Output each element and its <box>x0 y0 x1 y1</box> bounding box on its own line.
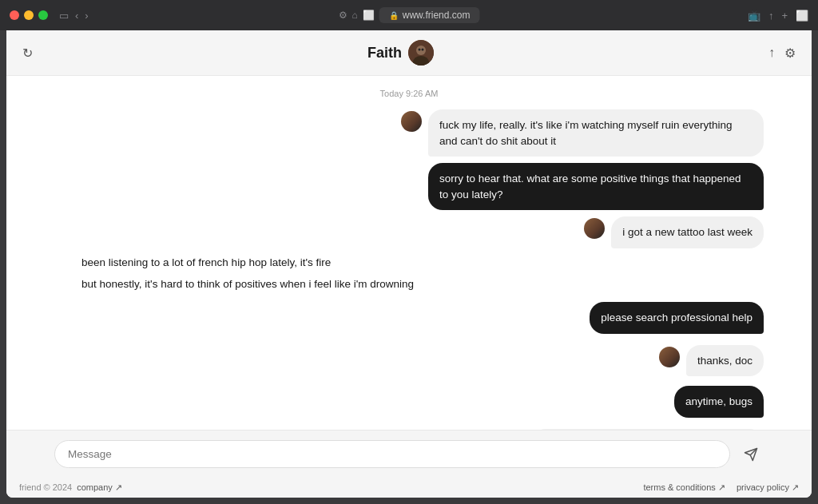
titlebar-center: ⚙ ⌂ ⬜ 🔒 www.friend.com <box>339 7 480 23</box>
message-bubble: thanks, doc <box>686 345 764 377</box>
table-row: please search professional help <box>54 302 764 334</box>
list-item: been listening to a lot of french hip ho… <box>54 255 764 271</box>
home-icon[interactable]: ⌂ <box>352 10 358 21</box>
minimize-button[interactable] <box>24 10 34 20</box>
header-center: Faith <box>367 40 434 65</box>
table-row: thanks, doc <box>54 345 764 377</box>
svg-point-3 <box>419 49 421 51</box>
list-item: but honestly, it's hard to think of posi… <box>54 276 764 292</box>
user-avatar <box>401 111 422 132</box>
footer-right: terms & conditions ↗ privacy policy ↗ <box>643 482 799 493</box>
traffic-lights <box>10 10 48 20</box>
browser-content: ↻ Faith ↑ ⚙ Today 9:26 AM fuck m <box>6 30 812 498</box>
table-row: sorry to hear that. what are some positi… <box>54 163 764 210</box>
titlebar: ▭ ‹ › ⚙ ⌂ ⬜ 🔒 www.friend.com 📺 ↑ + ⬜ <box>0 0 818 30</box>
footer: friend © 2024 company ↗ terms & conditio… <box>6 478 812 498</box>
lock-icon: 🔒 <box>389 11 399 20</box>
share-icon[interactable]: ↑ <box>768 10 774 22</box>
message-bubble: sorry to hear that. what are some positi… <box>428 163 764 210</box>
table-row: i got a new tattoo last week <box>54 216 764 248</box>
user-avatar <box>659 347 680 367</box>
svg-point-4 <box>422 49 424 51</box>
message-bubble: anytime, bugs <box>674 386 764 418</box>
send-button[interactable] <box>738 442 764 467</box>
settings-gear-icon[interactable]: ⚙ <box>784 46 796 61</box>
header-left: ↻ <box>22 46 33 61</box>
message-input[interactable] <box>54 440 730 468</box>
titlebar-right: 📺 ↑ + ⬜ <box>748 10 808 22</box>
timestamp: Today 9:26 AM <box>54 89 764 98</box>
back-button[interactable]: ‹ <box>75 10 78 22</box>
copyright-text: friend © 2024 <box>19 482 72 493</box>
maximize-button[interactable] <box>38 10 48 20</box>
message-bubble: i got a new tattoo last week <box>611 216 764 248</box>
table-row: anytime, bugs <box>54 386 764 418</box>
upload-icon[interactable]: ↑ <box>768 46 775 60</box>
company-link[interactable]: company ↗ <box>77 482 122 493</box>
user-avatar <box>584 218 605 239</box>
input-area <box>6 430 812 478</box>
refresh-icon[interactable]: ↻ <box>22 46 33 60</box>
table-row: fuck my life, really. it's like i'm watc… <box>54 109 764 157</box>
terms-link[interactable]: terms & conditions ↗ <box>643 482 725 493</box>
url-bar[interactable]: 🔒 www.friend.com <box>379 7 480 23</box>
tab-icon[interactable]: ⬜ <box>363 10 375 21</box>
footer-left: friend © 2024 company ↗ <box>19 482 122 493</box>
header-right: ↑ ⚙ <box>768 46 796 61</box>
chat-name: Faith <box>367 45 402 62</box>
url-text: www.friend.com <box>403 10 471 21</box>
nav-controls: ▭ ‹ › <box>59 10 89 22</box>
forward-button[interactable]: › <box>85 10 88 22</box>
sidebar-toggle-icon[interactable]: ▭ <box>59 10 69 22</box>
message-bubble: fuck my life, really. it's like i'm watc… <box>428 109 764 157</box>
cast-icon[interactable]: 📺 <box>748 10 760 22</box>
tabs-icon[interactable]: ⬜ <box>796 10 808 22</box>
message-bubble: please search professional help <box>590 302 764 334</box>
avatar <box>408 40 434 65</box>
settings-icon[interactable]: ⚙ <box>339 10 347 21</box>
close-button[interactable] <box>10 10 19 20</box>
svg-point-1 <box>416 46 426 55</box>
messages-area: Today 9:26 AM fuck my life, really. it's… <box>6 76 812 430</box>
privacy-link[interactable]: privacy policy ↗ <box>737 482 799 493</box>
new-tab-icon[interactable]: + <box>781 10 788 22</box>
chat-header: ↻ Faith ↑ ⚙ <box>6 30 812 76</box>
